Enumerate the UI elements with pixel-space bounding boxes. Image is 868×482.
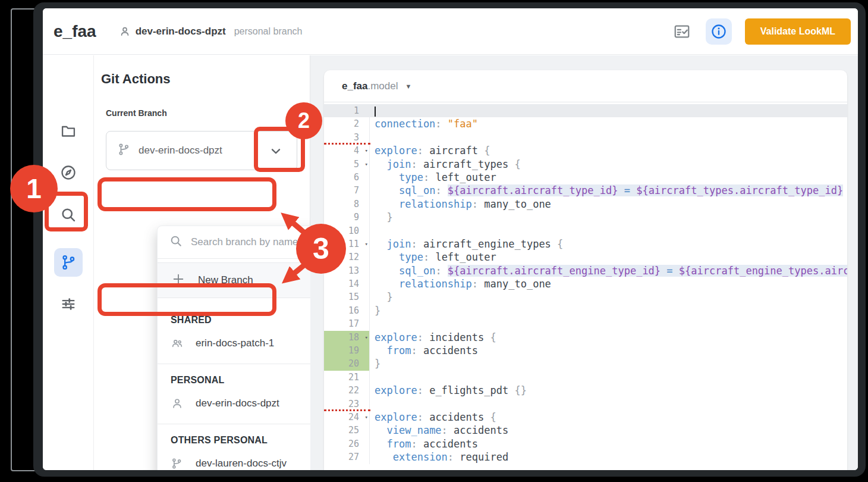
code-line: 8 relationship: many_to_one [324, 198, 847, 211]
line-number: 17 [324, 317, 369, 330]
left-icon-rail [43, 55, 94, 470]
code-line: 11▾ join: aircraft_engine_types { [324, 237, 847, 251]
branch-search-input[interactable] [191, 236, 322, 248]
fold-triangle-icon[interactable]: ▾ [365, 331, 368, 344]
current-branch-indicator: dev-erin-docs-dpzt personal branch [119, 26, 303, 37]
code-line: 24▾explore: accidents { [324, 411, 847, 424]
code-line: 3 [324, 131, 847, 144]
header-branch-name: dev-erin-docs-dpzt [136, 26, 226, 37]
line-number: 4 [324, 144, 369, 157]
chevron-down-icon[interactable] [268, 143, 284, 161]
header-branch-type: personal branch [234, 26, 303, 37]
explore-compass-icon[interactable] [54, 158, 83, 187]
validate-lookml-button[interactable]: Validate LookML [745, 18, 851, 45]
person-icon [119, 26, 131, 37]
line-number: 24 [324, 411, 369, 424]
line-number: 15 [324, 290, 369, 303]
code-line-text: join: aircraft_types { [370, 158, 521, 171]
line-number: 18 [324, 331, 369, 344]
code-line: 20} [324, 357, 847, 370]
code-line-text: from: accidents [370, 437, 478, 450]
code-line: 5▾ join: aircraft_types { [324, 158, 847, 171]
code-line: 12 type: left_outer [324, 251, 847, 264]
git-branch-icon[interactable] [54, 248, 83, 277]
git-branch-icon [117, 143, 130, 158]
code-line: 17 [324, 317, 847, 330]
code-line-text: explore: aircraft { [370, 144, 490, 157]
fold-triangle-icon[interactable]: ▾ [365, 237, 368, 251]
branch-selector-value: dev-erin-docs-dpzt [139, 145, 222, 157]
line-number: 21 [324, 371, 369, 384]
code-line-text: explore: incidents { [370, 331, 496, 344]
line-number: 16 [324, 304, 369, 317]
fact-check-icon[interactable] [669, 18, 695, 45]
code-line: 7 sql_on: ${aircraft.aircraft_type_id} =… [324, 184, 847, 197]
code-line-text [370, 224, 375, 237]
plus-icon [172, 273, 185, 288]
fold-triangle-icon[interactable]: ▾ [365, 144, 368, 157]
git-actions-title: Git Actions [101, 71, 171, 87]
folder-icon[interactable] [54, 117, 83, 145]
fold-triangle-icon[interactable]: ▾ [365, 158, 368, 171]
code-line-text [370, 317, 375, 330]
code-line: 22explore: e_flights_pdt {} [324, 384, 847, 397]
people-icon [171, 337, 185, 350]
branch-item-label: dev-lauren-docs-ctjv [196, 458, 287, 470]
code-line: 27 extension: required [324, 450, 847, 464]
code-line-text: } [370, 357, 380, 370]
search-icon[interactable] [54, 201, 83, 229]
line-number: 14 [324, 277, 369, 290]
line-number: 7 [324, 184, 369, 197]
person-icon [171, 397, 185, 410]
line-number: 22 [324, 384, 369, 397]
caret-down-icon[interactable]: ▼ [405, 83, 412, 90]
text-cursor [375, 107, 376, 117]
line-number: 3 [324, 131, 369, 144]
code-line: 16} [324, 304, 847, 317]
code-line: 15 } [324, 290, 847, 303]
line-number: 2 [324, 117, 369, 130]
tune-sliders-icon[interactable] [54, 290, 83, 318]
code-editor[interactable]: 12connection: "faa"34▾explore: aircraft … [324, 102, 847, 464]
code-line: 23 [324, 398, 847, 411]
editor-file-tab[interactable]: e_faa .model ▼ [324, 70, 847, 102]
line-number: 8 [324, 198, 369, 211]
line-number: 25 [324, 424, 369, 437]
workspace-background: e_faa .model ▼ 12connection: "faa"34▾exp… [310, 55, 858, 470]
code-line: 9 } [324, 211, 847, 224]
line-number: 1 [324, 104, 369, 117]
git-actions-panel: Git Actions Current Branch dev-erin-docs… [94, 55, 310, 470]
info-icon[interactable] [706, 18, 732, 45]
app-window: e_faa dev-erin-docs-dpzt personal branch [33, 2, 866, 477]
code-line-text: from: accidents [370, 344, 478, 357]
code-line: 10 [324, 224, 847, 237]
code-line-text [370, 398, 375, 411]
line-number: 6 [324, 171, 369, 184]
code-line-text [370, 371, 375, 384]
code-line-text: } [370, 211, 393, 224]
code-line-text: join: aircraft_engine_types { [370, 237, 563, 251]
editor-file-ext: .model [367, 80, 398, 92]
branch-selector[interactable]: dev-erin-docs-dpzt [106, 131, 297, 170]
code-line: 1 [324, 104, 847, 117]
branch-item-label: dev-erin-docs-dpzt [196, 398, 279, 409]
line-number: 11 [324, 237, 369, 251]
editor-card: e_faa .model ▼ 12connection: "faa"34▾exp… [324, 70, 847, 470]
code-line-text: } [370, 304, 380, 317]
code-line: 19 from: accidents [324, 344, 847, 357]
code-line: 4▾explore: aircraft { [324, 144, 847, 157]
code-line-text: relationship: many_to_one [370, 277, 551, 290]
code-line-text: sql_on: ${aircraft.aircraft_type_id} = $… [370, 184, 847, 197]
line-number: 26 [324, 437, 369, 450]
code-line: 18▾explore: incidents { [324, 331, 847, 344]
line-number: 13 [324, 264, 369, 277]
code-line-text: explore: accidents { [370, 411, 496, 424]
code-line: 21 [324, 371, 847, 384]
code-line-text: } [370, 290, 393, 303]
code-line-text: extension: required [370, 450, 508, 464]
editor-file-name: e_faa [342, 80, 367, 92]
fold-triangle-icon[interactable]: ▾ [365, 411, 368, 424]
code-line-text: view_name: accidents [370, 424, 508, 437]
code-line-text [370, 131, 375, 144]
line-number: 19 [324, 344, 369, 357]
